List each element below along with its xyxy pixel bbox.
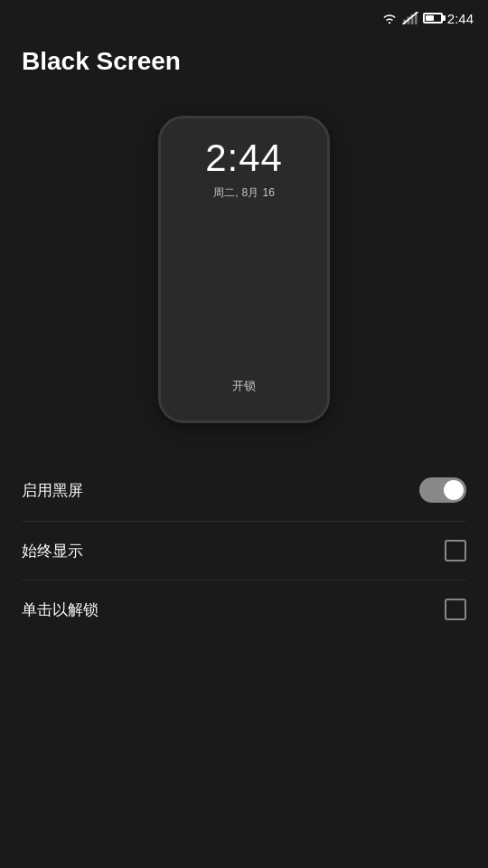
status-time: 2:44 [447, 11, 474, 26]
phone-unlock-label: 开锁 [232, 378, 256, 394]
setting-label-single-tap-unlock: 单击以解锁 [22, 599, 99, 620]
signal-icon [402, 12, 418, 24]
setting-item-single-tap-unlock: 单击以解锁 [22, 580, 466, 638]
phone-preview-container: 2:44 周二, 8月 16 开锁 [0, 98, 488, 459]
checkbox-always-show[interactable] [445, 540, 466, 561]
checkbox-single-tap-unlock[interactable] [445, 599, 466, 620]
phone-clock-date: 周二, 8月 16 [213, 185, 276, 201]
toggle-knob [444, 480, 464, 500]
status-icons: 2:44 [381, 11, 474, 26]
setting-item-always-show: 始终显示 [22, 522, 466, 580]
phone-screen-content: 2:44 周二, 8月 16 [205, 137, 283, 201]
toggle-enable-black-screen[interactable] [419, 477, 466, 503]
phone-clock-time: 2:44 [205, 137, 283, 180]
settings-container: 启用黑屏 始终显示 单击以解锁 [0, 459, 488, 638]
setting-label-always-show: 始终显示 [22, 541, 83, 561]
wifi-icon [381, 12, 398, 24]
setting-label-enable-black-screen: 启用黑屏 [22, 480, 83, 501]
page-title: Black Screen [0, 33, 488, 98]
setting-item-enable-black-screen: 启用黑屏 [22, 459, 466, 522]
status-bar: 2:44 [0, 0, 488, 33]
phone-mockup: 2:44 周二, 8月 16 开锁 [158, 116, 330, 423]
battery-icon [423, 13, 443, 24]
